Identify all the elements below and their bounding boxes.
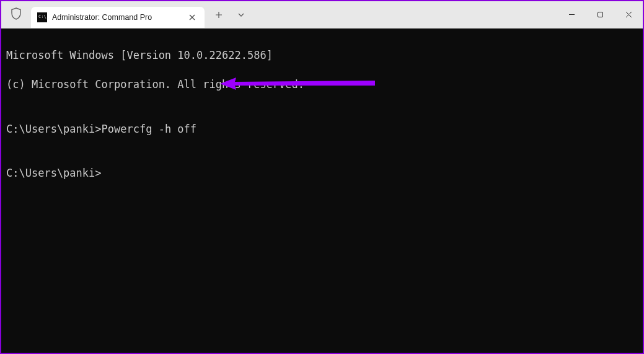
prompt-path: C:\Users\panki> [6, 167, 102, 179]
new-tab-button[interactable] [208, 6, 229, 24]
prompt-path: C:\Users\panki> [6, 123, 102, 135]
terminal-prompt-line: C:\Users\panki> [6, 166, 638, 181]
terminal-prompt-line: C:\Users\panki>Powercfg -h off [6, 122, 638, 137]
maximize-button[interactable] [586, 1, 614, 28]
titlebar: C:\_ Administrator: Command Pro [1, 1, 643, 29]
close-button[interactable] [614, 1, 643, 28]
minimize-button[interactable] [557, 1, 586, 28]
tab-active[interactable]: C:\_ Administrator: Command Pro [31, 7, 205, 28]
terminal-output-line: (c) Microsoft Corporation. All rights re… [6, 77, 638, 92]
tab-title: Administrator: Command Pro [52, 13, 181, 22]
svg-rect-0 [598, 12, 602, 17]
terminal-area[interactable]: Microsoft Windows [Version 10.0.22622.58… [1, 29, 643, 353]
tab-close-button[interactable] [186, 11, 198, 24]
tab-actions [208, 1, 252, 28]
prompt-command: Powercfg -h off [102, 123, 197, 135]
app-icon-area [1, 1, 31, 28]
terminal-output-line: Microsoft Windows [Version 10.0.22622.58… [6, 48, 638, 63]
window-controls [557, 1, 643, 28]
cmd-icon: C:\_ [37, 12, 47, 22]
tab-dropdown-button[interactable] [231, 6, 252, 24]
shield-icon [11, 7, 22, 22]
